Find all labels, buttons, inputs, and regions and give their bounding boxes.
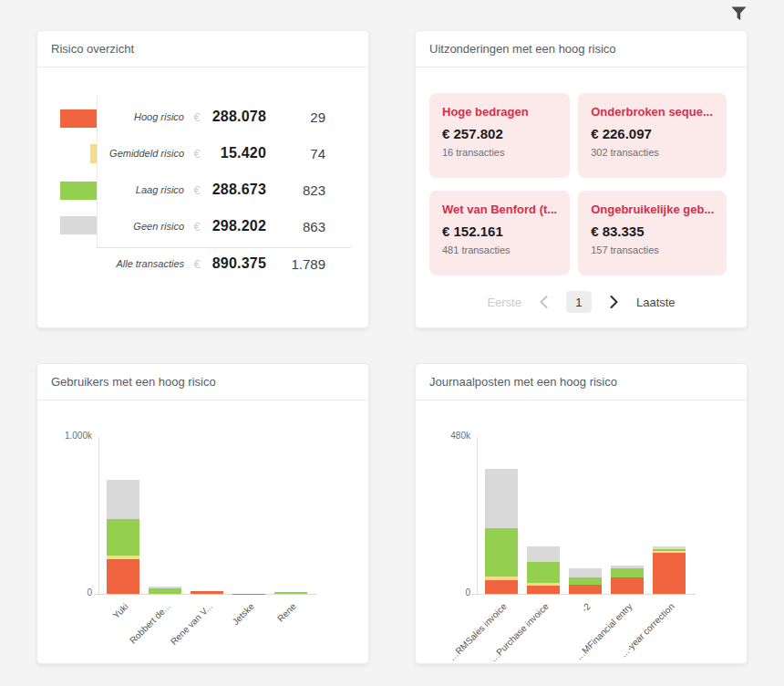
risk-row-hoog: Hoog risico € 288.078 29 [98,99,351,135]
exception-card-hoge-bedragen[interactable]: Hoge bedragen € 257.802 16 transacties [429,93,570,178]
exception-card-onderbroken-sequentie[interactable]: Onderbroken seque... € 226.097 302 trans… [578,93,727,178]
risk-bar-gemiddeld [90,144,97,163]
risk-values-card: Hoog risico € 288.078 29 Gemiddeld risic… [97,96,351,248]
bars-container [107,438,307,594]
risk-row-value: 288.078 [210,109,266,125]
euro-sign: € [184,220,210,234]
y-axis-line [98,437,99,594]
y-axis-max-label: 480k [416,431,470,441]
y-axis-max-label: 1.000k [37,431,92,441]
risk-row-value: 288.673 [210,182,266,198]
exception-card-title: Onderbroken seque... [591,105,714,119]
risk-row-geen: Geen risico € 298.202 863 [98,208,351,244]
panel-gebruikers: Gebruikers met een hoog risico 1.000k 0 … [36,363,369,664]
stacked-bar-3 [569,568,602,594]
panel-header: Risico overzicht [37,31,368,68]
chevron-right-icon[interactable] [610,296,618,308]
risk-bar-laag [60,182,99,200]
panel-title: Journaalposten met een hoog risico [429,375,617,389]
risk-total-label: Alle transacties [98,258,184,269]
stacked-bar-5 [653,546,686,594]
bar-segment-hoog [569,585,602,594]
panel-journaalposten: Journaalposten met een hoog risico 480k … [415,363,748,664]
bar-segment-laag [611,568,644,577]
exception-card-subtitle: 16 transacties [442,147,557,158]
stacked-bar-3 [191,591,223,594]
pagination-last-button[interactable]: Laatste [636,296,676,309]
y-axis-line [477,437,478,594]
chevron-left-icon[interactable] [540,296,548,308]
exception-cards-grid: Hoge bedragen € 257.802 16 transacties O… [429,93,724,275]
risk-row-laag: Laag risico € 288.673 823 [98,172,351,208]
x-axis-line [472,594,696,595]
risk-row-count: 823 [266,182,325,198]
exception-card-title: Wet van Benford (t... [442,203,557,216]
bar-segment-hoog [107,559,139,595]
stacked-bar-4 [611,566,644,594]
bar-segment-geen [107,480,139,519]
risk-bar-hoog [60,109,97,128]
bar-segment-hoog [527,586,560,594]
stacked-bar-2 [149,587,181,594]
filter-funnel-icon[interactable] [729,5,748,23]
bar-segment-laag [274,592,307,594]
journaalposten-stacked-bar-chart: 480k 0 …RMSales invoice…Purchase invoice… [416,400,747,663]
risk-row-value: 298.202 [210,218,266,234]
pagination: Eerste 1 Laatste [416,291,747,313]
stacked-bar-1 [485,469,518,594]
stacked-bar-2 [527,546,560,594]
exception-card-wet-van-benford[interactable]: Wet van Benford (t... € 152.161 481 tran… [429,191,570,275]
risk-row-count: 863 [266,219,325,234]
exception-card-amount: € 83.335 [591,223,714,239]
bar-segment-hoog [485,580,518,594]
panel-header: Journaalposten met een hoog risico [416,364,747,400]
exception-card-ongebruikelijke-gebeurtenis[interactable]: Ongebruikelijke geb... € 83.335 157 tran… [578,191,727,275]
risk-row-label: Gemiddeld risico [98,148,184,159]
euro-sign: € [184,147,210,161]
gebruikers-stacked-bar-chart: 1.000k 0 YukiRobbert de...Rene van V...J… [37,400,368,663]
exception-card-subtitle: 481 transacties [442,244,557,255]
panel-header: Gebruikers met een hoog risico [37,364,368,400]
exception-card-subtitle: 302 transacties [591,147,714,158]
risk-row-label: Laag risico [98,184,184,195]
euro-sign: € [184,183,210,197]
bars-container [485,438,686,594]
x-axis-line [94,594,317,595]
risk-bar-geen [60,216,97,234]
exception-card-subtitle: 157 transacties [591,244,714,255]
bar-segment-laag [527,562,560,582]
bar-segment-laag [107,519,139,556]
exception-card-title: Hoge bedragen [442,105,557,119]
panel-risico-overzicht: Risico overzicht Hoog risico € 288.078 2… [36,30,369,328]
exception-card-amount: € 257.802 [442,126,557,141]
exception-card-title: Ongebruikelijke geb... [591,203,714,216]
panel-title: Risico overzicht [51,42,134,56]
stacked-bar-5 [274,592,307,594]
pagination-first-button[interactable]: Eerste [487,296,521,309]
pagination-current-page[interactable]: 1 [566,291,592,313]
exception-card-amount: € 152.161 [442,223,557,239]
exception-card-amount: € 226.097 [591,126,714,141]
panel-header: Uitzonderingen met een hoog risico [416,31,747,68]
euro-sign: € [184,257,210,271]
y-axis-zero-label: 0 [416,587,470,598]
y-axis-zero-label: 0 [37,587,92,598]
bar-segment-laag [149,588,181,594]
risk-row-label: Hoog risico [98,111,184,122]
dashboard-page: Risico overzicht Hoog risico € 288.078 2… [0,0,784,686]
stacked-bar-1 [107,480,139,594]
risk-row-count: 29 [266,109,325,125]
panel-title: Uitzonderingen met een hoog risico [429,42,616,56]
bar-segment-geen [569,568,602,577]
risk-total-value: 890.375 [210,255,266,272]
euro-sign: € [184,110,210,124]
funnel-icon [731,6,747,21]
risk-row-value: 15.420 [210,145,266,161]
risk-row-count: 74 [266,146,325,161]
bar-segment-geen [485,469,518,528]
bar-segment-laag [485,528,518,577]
risk-row-label: Geen risico [98,221,184,232]
bar-segment-laag [569,577,602,585]
risico-chart-area: Hoog risico € 288.078 29 Gemiddeld risic… [37,68,368,327]
panel-uitzonderingen: Uitzonderingen met een hoog risico Hoge … [415,30,748,328]
